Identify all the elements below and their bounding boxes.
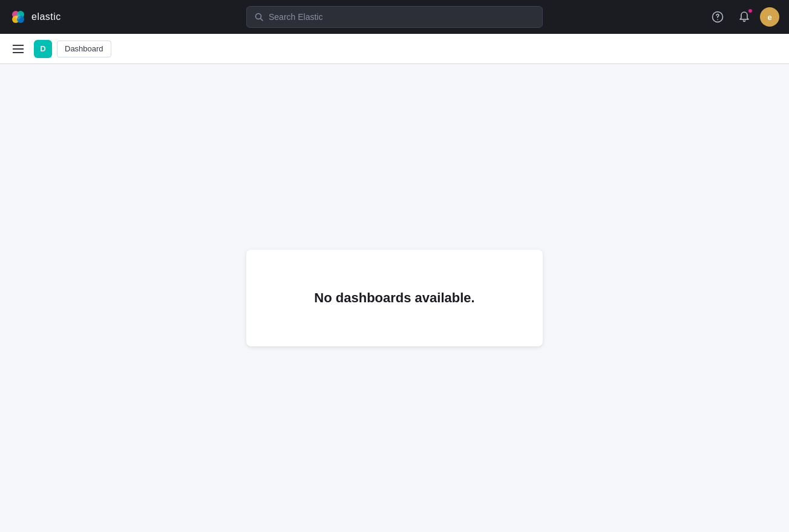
secondary-navigation: D Dashboard <box>0 34 789 64</box>
empty-state-message: No dashboards available. <box>314 290 474 306</box>
logo-area: elastic <box>10 8 82 25</box>
notifications-icon-button[interactable] <box>733 6 755 28</box>
main-content: No dashboards available. <box>0 64 789 532</box>
notification-badge <box>748 8 753 13</box>
page-icon-badge[interactable]: D <box>34 40 52 58</box>
search-bar-wrapper: Search Elastic <box>92 6 697 28</box>
logo-text: elastic <box>31 11 61 22</box>
hamburger-menu-button[interactable] <box>7 38 29 60</box>
user-avatar[interactable]: e <box>760 7 779 27</box>
svg-point-4 <box>16 15 21 19</box>
search-icon <box>254 12 264 22</box>
dashboard-breadcrumb-tab[interactable]: Dashboard <box>57 41 111 57</box>
top-navigation: elastic Search Elastic <box>0 0 789 34</box>
help-icon <box>712 11 724 23</box>
hamburger-icon <box>13 45 24 53</box>
nav-actions: e <box>707 6 779 28</box>
search-placeholder-text: Search Elastic <box>269 12 322 22</box>
help-icon-button[interactable] <box>707 6 728 28</box>
global-search-bar[interactable]: Search Elastic <box>246 6 543 28</box>
elastic-logo[interactable] <box>10 8 27 25</box>
svg-point-8 <box>717 19 718 21</box>
empty-state-card: No dashboards available. <box>246 250 543 346</box>
svg-line-6 <box>261 19 263 21</box>
